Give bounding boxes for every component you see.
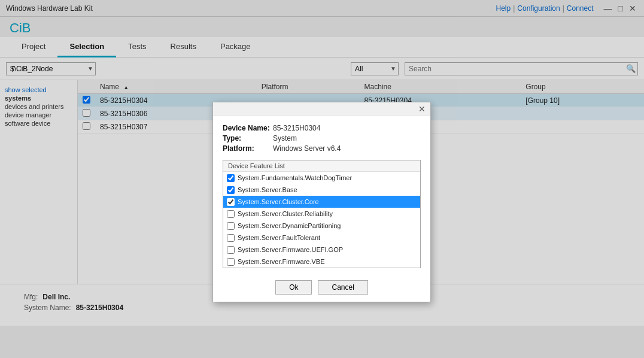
dialog-close-icon[interactable]: ✕ bbox=[418, 105, 426, 113]
feature-label: System.Server.Firmware.UEFI.GOP bbox=[238, 246, 343, 253]
feature-list-box: Device Feature List System.Fundamentals.… bbox=[223, 160, 421, 268]
device-type-value: System bbox=[273, 134, 297, 142]
feature-item[interactable]: System.Server.Firmware.UEFI.GOP bbox=[223, 244, 420, 256]
device-info: Device Name: 85-3215H0304 Type: System P… bbox=[223, 124, 421, 153]
device-name-label: Device Name: bbox=[223, 124, 271, 132]
feature-dialog: ✕ Device Name: 85-3215H0304 Type: System… bbox=[212, 102, 431, 302]
device-platform-label: Platform: bbox=[223, 144, 271, 153]
device-name-value: 85-3215H0304 bbox=[273, 124, 320, 132]
feature-list-scroll[interactable]: System.Fundamentals.WatchDogTimerSystem.… bbox=[223, 172, 420, 268]
feature-list-header: Device Feature List bbox=[223, 160, 420, 172]
feature-item[interactable]: System.Fundamentals.WatchDogTimer bbox=[223, 172, 420, 184]
dialog-overlay: ✕ Device Name: 85-3215H0304 Type: System… bbox=[0, 0, 644, 358]
feature-label: System.Server.Cluster.Core bbox=[238, 198, 319, 205]
feature-item[interactable]: System.Server.Cluster.Core bbox=[223, 196, 420, 208]
ok-button[interactable]: Ok bbox=[275, 280, 312, 295]
feature-label: System.Server.Firmware.VBE bbox=[238, 258, 324, 265]
feature-item[interactable]: System.Server.DynamicPartitioning bbox=[223, 220, 420, 232]
feature-item[interactable]: System.Server.Firmware.VBE bbox=[223, 256, 420, 268]
dialog-body: Device Name: 85-3215H0304 Type: System P… bbox=[213, 116, 430, 274]
device-platform-value: Windows Server v6.4 bbox=[273, 144, 341, 153]
feature-label: System.Fundamentals.WatchDogTimer bbox=[238, 174, 352, 181]
feature-item[interactable]: System.Server.Base bbox=[223, 184, 420, 196]
feature-label: System.Server.DynamicPartitioning bbox=[238, 222, 341, 229]
feature-label: System.Server.FaultTolerant bbox=[238, 234, 320, 241]
dialog-footer: Ok Cancel bbox=[213, 274, 430, 302]
cancel-button[interactable]: Cancel bbox=[318, 280, 367, 295]
feature-label: System.Server.Cluster.Reliability bbox=[238, 210, 333, 217]
feature-label: System.Server.Base bbox=[238, 186, 297, 193]
device-type-label: Type: bbox=[223, 134, 271, 142]
dialog-titlebar: ✕ bbox=[213, 102, 430, 116]
feature-item[interactable]: System.Server.Cluster.Reliability bbox=[223, 208, 420, 220]
feature-item[interactable]: System.Server.FaultTolerant bbox=[223, 232, 420, 244]
